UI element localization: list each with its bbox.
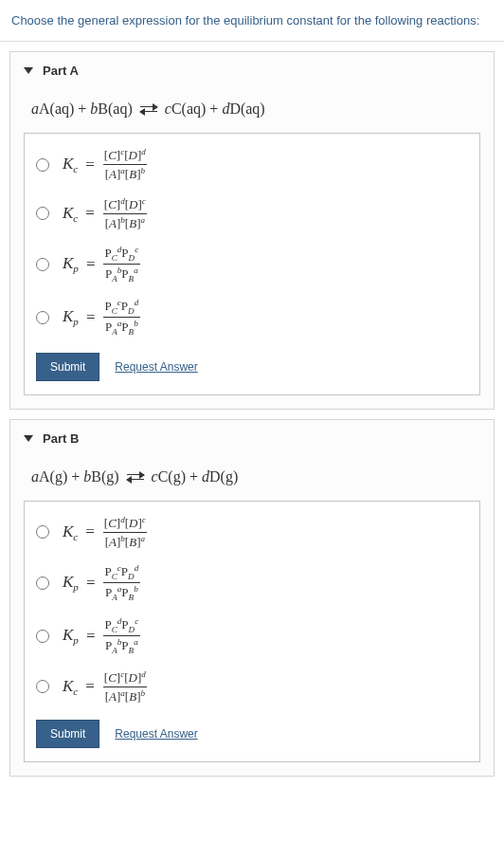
part-b-option-1[interactable]: Kc = [C]d[D]c [A]b[B]a	[36, 515, 468, 551]
part-b-options: Kc = [C]d[D]c [A]b[B]a Kp = PCcPDd PAaPB…	[24, 501, 480, 763]
part-b-option-4[interactable]: Kc = [C]c[D]d [A]a[B]b	[36, 669, 468, 705]
part-b-header[interactable]: Part B	[10, 420, 494, 457]
part-a-reaction: aA(aq) + bB(aq) cC(aq) + dD(aq)	[10, 89, 494, 133]
part-b-buttons: Submit Request Answer	[36, 718, 468, 752]
part-a-block: Part A aA(aq) + bB(aq) cC(aq) + dD(aq) K…	[9, 51, 495, 410]
part-a-request-answer-link[interactable]: Request Answer	[115, 360, 197, 374]
chevron-down-icon	[24, 435, 33, 442]
instruction-text: Choose the general expression for the eq…	[0, 0, 504, 42]
part-a-option-1-expr: Kc = [C]c[D]d [A]a[B]b	[63, 147, 148, 183]
part-a-option-3-expr: Kp = PCdPDc PAbPBa	[63, 245, 140, 284]
part-b-block: Part B aA(g) + bB(g) cC(g) + dD(g) Kc = …	[9, 419, 495, 778]
part-a-title: Part A	[43, 64, 79, 78]
part-b-radio-3[interactable]	[36, 630, 49, 643]
part-b-option-3-expr: Kp = PCdPDc PAbPBa	[63, 616, 140, 656]
equilibrium-arrow-icon	[140, 104, 157, 114]
part-b-option-3[interactable]: Kp = PCdPDc PAbPBa	[36, 616, 468, 656]
part-b-option-1-expr: Kc = [C]d[D]c [A]b[B]a	[63, 515, 148, 551]
part-a-header[interactable]: Part A	[10, 52, 494, 89]
part-a-option-3[interactable]: Kp = PCdPDc PAbPBa	[36, 245, 468, 284]
part-b-radio-2[interactable]	[36, 577, 49, 590]
equilibrium-arrow-icon	[127, 472, 144, 482]
part-b-radio-4[interactable]	[36, 680, 49, 693]
part-a-submit-button[interactable]: Submit	[36, 353, 99, 381]
part-a-option-2[interactable]: Kc = [C]d[D]c [A]b[B]a	[36, 196, 468, 232]
part-a-option-2-expr: Kc = [C]d[D]c [A]b[B]a	[63, 196, 148, 232]
part-a-options: Kc = [C]c[D]d [A]a[B]b Kc = [C]d[D]c [A]…	[24, 133, 480, 395]
chevron-down-icon	[24, 67, 33, 74]
part-b-title: Part B	[43, 431, 79, 446]
part-b-submit-button[interactable]: Submit	[36, 720, 99, 748]
part-b-radio-1[interactable]	[36, 525, 49, 539]
part-b-option-4-expr: Kc = [C]c[D]d [A]a[B]b	[63, 669, 148, 705]
part-a-radio-2[interactable]	[36, 207, 49, 220]
part-a-radio-4[interactable]	[36, 311, 49, 324]
part-a-radio-1[interactable]	[36, 158, 49, 172]
part-a-option-4-expr: Kp = PCcPDd PAaPBb	[63, 298, 140, 338]
part-a-radio-3[interactable]	[36, 258, 49, 271]
part-a-buttons: Submit Request Answer	[36, 351, 468, 385]
part-b-request-answer-link[interactable]: Request Answer	[115, 727, 197, 741]
part-b-reaction: aA(g) + bB(g) cC(g) + dD(g)	[10, 457, 494, 501]
part-b-option-2[interactable]: Kp = PCcPDd PAaPBb	[36, 563, 468, 603]
part-a-option-4[interactable]: Kp = PCcPDd PAaPBb	[36, 298, 468, 338]
part-b-option-2-expr: Kp = PCcPDd PAaPBb	[63, 563, 140, 603]
part-a-option-1[interactable]: Kc = [C]c[D]d [A]a[B]b	[36, 147, 468, 183]
